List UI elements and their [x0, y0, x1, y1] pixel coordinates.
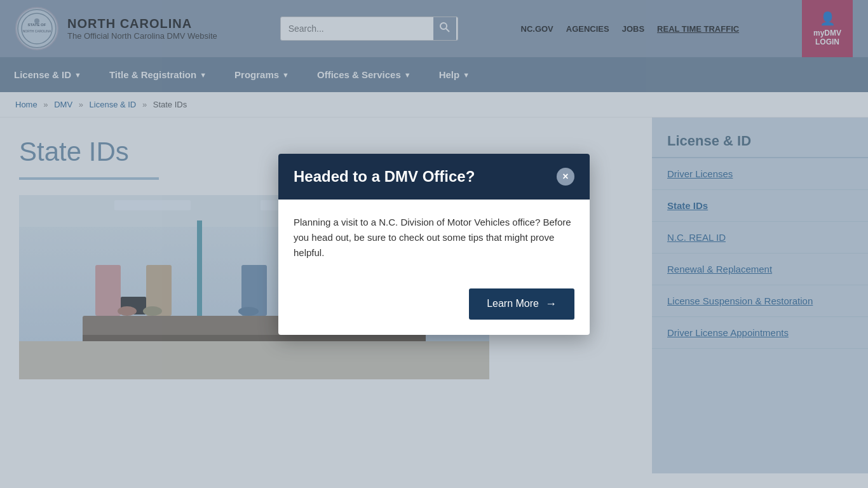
- modal-body: Planning a visit to a N.C. Division of M…: [278, 200, 590, 288]
- modal-overlay[interactable]: Headed to a DMV Office? × Planning a vis…: [0, 0, 868, 488]
- modal-header: Headed to a DMV Office? ×: [278, 154, 590, 200]
- modal-body-text: Planning a visit to a N.C. Division of M…: [294, 215, 574, 261]
- modal-title: Headed to a DMV Office?: [294, 168, 475, 186]
- modal-footer: Learn More →: [278, 288, 590, 335]
- modal-dialog: Headed to a DMV Office? × Planning a vis…: [278, 154, 590, 335]
- learn-more-button[interactable]: Learn More →: [469, 288, 574, 320]
- modal-close-button[interactable]: ×: [557, 168, 574, 186]
- arrow-icon: →: [545, 297, 557, 311]
